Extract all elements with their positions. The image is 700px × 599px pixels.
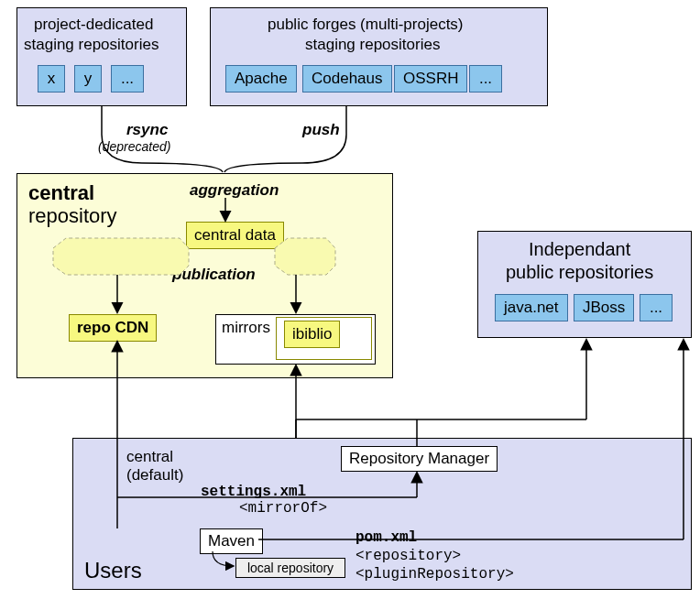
- local-repository-box: local repository: [235, 558, 345, 578]
- public-forges-line2: staging repositories: [305, 36, 440, 54]
- pom-xml-label: pom.xml: [355, 529, 417, 546]
- mirrors-label: mirrors: [222, 319, 270, 337]
- forge-item-codehaus: Codehaus: [302, 65, 392, 93]
- independent-item-more: ...: [640, 294, 673, 321]
- plugin-repository-tag-label: <pluginRepository>: [355, 566, 514, 583]
- users-central-label: central: [126, 448, 173, 466]
- repo-cdn-box: repo CDN: [69, 314, 157, 342]
- mirrors-inner-border: [276, 317, 372, 360]
- settings-xml-label: settings.xml: [201, 484, 306, 500]
- repository-manager-box: Repository Manager: [341, 446, 498, 472]
- forge-item-apache: Apache: [225, 65, 297, 93]
- users-default-label: (default): [126, 466, 183, 485]
- index-label: index: [291, 249, 324, 265]
- independent-line2: public repositories: [506, 262, 653, 283]
- project-item-y: y: [74, 65, 102, 93]
- project-dedicated-staging-box: project-dedicated staging repositories x…: [16, 7, 187, 106]
- central-title: central: [28, 181, 94, 205]
- independent-line1: Independant: [529, 239, 630, 260]
- central-title2: repository: [28, 204, 117, 228]
- forge-item-ossrh: OSSRH: [394, 65, 467, 93]
- push-label: push: [302, 121, 340, 139]
- users-title: Users: [84, 558, 142, 583]
- independent-item-javanet: java.net: [495, 294, 568, 321]
- mirrorof-label: <mirrorOf>: [239, 500, 327, 517]
- public-forges-staging-box: public forges (multi-projects) staging r…: [210, 7, 548, 106]
- aggregation-label: aggregation: [190, 181, 279, 200]
- repository-tag-label: <repository>: [355, 548, 461, 564]
- rsync-label: rsync: [126, 121, 168, 139]
- public-forges-line1: public forges (multi-projects): [268, 16, 464, 34]
- project-dedicated-line1: project-dedicated: [34, 16, 153, 34]
- central-data-box: central data: [186, 222, 284, 249]
- project-dedicated-line2: staging repositories: [24, 36, 159, 54]
- rsync-deprecated-label: (deprecated): [98, 139, 170, 154]
- maven-box: Maven: [200, 528, 263, 554]
- archetype-catalog-label: archetype catalog: [62, 249, 170, 265]
- independent-repos-box: Independant public repositories java.net…: [477, 231, 692, 338]
- forge-item-more: ...: [469, 65, 502, 93]
- publication-label: publication: [172, 266, 256, 284]
- project-item-more: ...: [111, 65, 144, 93]
- independent-item-jboss: JBoss: [574, 294, 634, 321]
- project-item-x: x: [38, 65, 65, 93]
